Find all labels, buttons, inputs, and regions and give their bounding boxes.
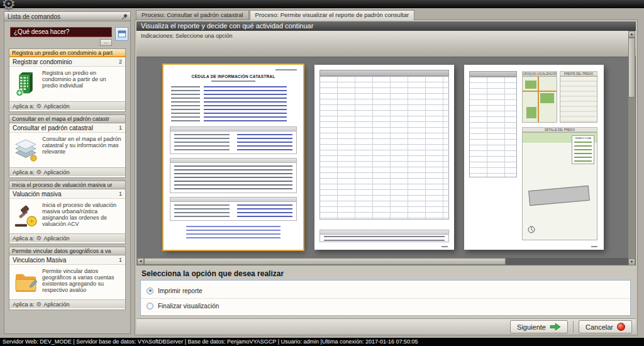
detalle-map: SIMBOLOGÍA: [522, 132, 597, 240]
indications-text: Indicaciones: Seleccione una opción: [136, 31, 636, 57]
horizontal-scrollbar[interactable]: ◄ ►: [137, 258, 635, 265]
decor: [441, 246, 448, 247]
folder-icon: [12, 267, 40, 298]
tab-consultar-padron[interactable]: Proceso: Consultar el padrón catastral: [136, 10, 249, 20]
card-header: Registra un predio en condominio a part: [9, 49, 125, 57]
command-list-header: Lista de comandos: [4, 12, 130, 21]
process-tabs: Proceso: Consultar el padrón catastral P…: [136, 10, 414, 20]
decor: [319, 230, 449, 242]
report-viewer: CÉDULA DE INFORMACIÓN CATASTRAL: [136, 57, 636, 265]
pin-icon[interactable]: [121, 13, 128, 23]
simbologia-label: SIMBOLOGÍA: [572, 136, 594, 140]
card-footer: Aplica a: ⚙ Aplicación: [9, 233, 125, 242]
decor: [170, 197, 297, 221]
card-name: Registrar condominio: [13, 59, 72, 65]
next-arrow-icon: [550, 323, 561, 331]
decor: [275, 69, 297, 70]
status-bar: Servidor Web: DEV_MODE | Servidor base d…: [0, 338, 644, 346]
search-input[interactable]: ¿Qué desea hacer?: [10, 27, 112, 37]
card-name-row: Registrar condominio 2: [9, 57, 125, 67]
option-label: Finalizar visualización: [158, 303, 219, 310]
card-body: Inicia el proceso de valuación masiva ur…: [9, 199, 125, 233]
decor: [186, 226, 280, 240]
card-count: 1: [119, 257, 122, 263]
croquis-label: CROQUIS LOCALIZACIÓN: [522, 71, 557, 76]
cancel-label: Cancelar: [586, 323, 613, 331]
card-description: Inicia el proceso de valuación masiva ur…: [42, 201, 123, 232]
card-body: Permite vincular datos geográficos a var…: [9, 265, 125, 299]
card-name-row: Vinculacion Masiva 1: [9, 255, 125, 265]
card-body: Consultar en el mapa el padrón catastral…: [9, 133, 125, 167]
report-page-3[interactable]: CROQUIS LOCALIZACIÓN FRENTE DEL PREDIO D…: [464, 65, 604, 250]
next-button[interactable]: Siguiente: [510, 320, 568, 333]
applies-label: Aplica a:: [13, 235, 35, 242]
next-label: Siguiente: [517, 323, 546, 331]
more-button[interactable]: ...: [100, 39, 112, 46]
building-footprint: [528, 186, 590, 206]
window-icon: [118, 30, 126, 38]
command-card-vinculacion-masiva[interactable]: Permite vincular datos geográficos a va …: [9, 247, 126, 310]
option-label: Imprimir reporte: [158, 287, 203, 294]
scroll-down-button[interactable]: ▼: [628, 259, 635, 265]
applies-label: Aplica a:: [13, 169, 35, 176]
cancel-icon: [617, 323, 625, 331]
applies-value: Aplicación: [44, 169, 70, 176]
decor: [170, 158, 297, 193]
cancel-button[interactable]: Cancelar: [579, 320, 632, 333]
decor: [469, 77, 517, 177]
compass-icon: [528, 225, 535, 236]
action-button-bar: Siguiente Cancelar: [136, 318, 636, 335]
radio-imprimir[interactable]: [147, 287, 153, 294]
applies-value: Aplicación: [44, 301, 70, 308]
search-value: ¿Qué desea hacer?: [14, 28, 69, 35]
card-footer: Aplica a: ⚙ Aplicación: [9, 101, 125, 110]
report-page1-title: CÉDULA DE INFORMACIÓN CATASTRAL: [164, 74, 303, 79]
radio-finalizar[interactable]: [147, 303, 153, 310]
decor: [591, 246, 597, 247]
scroll-up-button[interactable]: ▲: [628, 31, 635, 38]
command-window-button[interactable]: [115, 27, 128, 41]
options-title: Selecciona la opción que desea realizar: [142, 269, 284, 278]
command-card-valuacion-masiva[interactable]: Inicia el proceso de valuación masiva ur…: [9, 181, 126, 244]
gear-icon: ⚙: [36, 301, 42, 308]
status-text: Servidor Web: DEV_MODE | Servidor base d…: [3, 338, 418, 345]
report-page-2[interactable]: [314, 65, 454, 250]
card-description: Registra un predio en condominio a parti…: [42, 69, 123, 99]
card-description: Permite vincular datos geográficos a var…: [42, 267, 123, 298]
simbologia-legend: SIMBOLOGÍA: [572, 135, 594, 164]
command-list-title: Lista de comandos: [8, 13, 60, 20]
decor: [319, 76, 449, 220]
building-icon: [12, 69, 40, 99]
vertical-scrollbar[interactable]: ▲ ▼: [628, 31, 635, 265]
card-count: 1: [119, 191, 122, 197]
decor: [170, 126, 297, 154]
option-finalizar-visualizacion[interactable]: Finalizar visualización: [141, 298, 630, 313]
frente-label: FRENTE DEL PREDIO: [560, 71, 597, 76]
card-name: Vinculacion Masiva: [13, 257, 66, 264]
command-card-consultar-padron[interactable]: Consultar en el mapa el padrón catastr C…: [9, 114, 126, 178]
command-list-panel: Lista de comandos ¿Qué desea hacer? ... …: [4, 11, 131, 334]
card-header: Inicia el proceso de valuación masiva ur: [9, 181, 125, 189]
process-panel: Visualiza el reporte y decide con qué ac…: [135, 20, 638, 335]
card-header: Permite vincular datos geográficos a va: [9, 247, 125, 255]
vertical-scroll-thumb[interactable]: [628, 38, 635, 98]
horizontal-scroll-thumb[interactable]: [144, 258, 506, 265]
gavel-icon: [12, 201, 40, 232]
tab-visualizar-reporte[interactable]: Proceso: Permite visualizar el reporte d…: [250, 10, 414, 20]
decor: [469, 71, 517, 77]
button-divider: [573, 321, 574, 333]
card-name-row: Consultar el padrón catastral 1: [9, 123, 125, 133]
report-page-1[interactable]: CÉDULA DE INFORMACIÓN CATASTRAL: [164, 65, 303, 250]
option-imprimir-reporte[interactable]: Imprimir reporte: [141, 283, 630, 298]
card-footer: Aplica a: ⚙ Aplicación: [9, 299, 125, 308]
applies-value: Aplicación: [44, 103, 70, 109]
map-layers-icon: [12, 135, 40, 165]
command-card-registrar-condominio[interactable]: Registra un predio en condominio a part …: [9, 48, 126, 112]
detalle-label: DETALLE DEL PREDIO: [522, 127, 597, 132]
scroll-left-button[interactable]: ◄: [137, 258, 144, 265]
gear-icon: ⚙: [36, 103, 42, 109]
frente-photo: [560, 76, 597, 123]
card-name-row: Valuación masiva 1: [9, 189, 125, 199]
decor: [319, 70, 449, 76]
card-name: Valuación masiva: [13, 191, 62, 198]
